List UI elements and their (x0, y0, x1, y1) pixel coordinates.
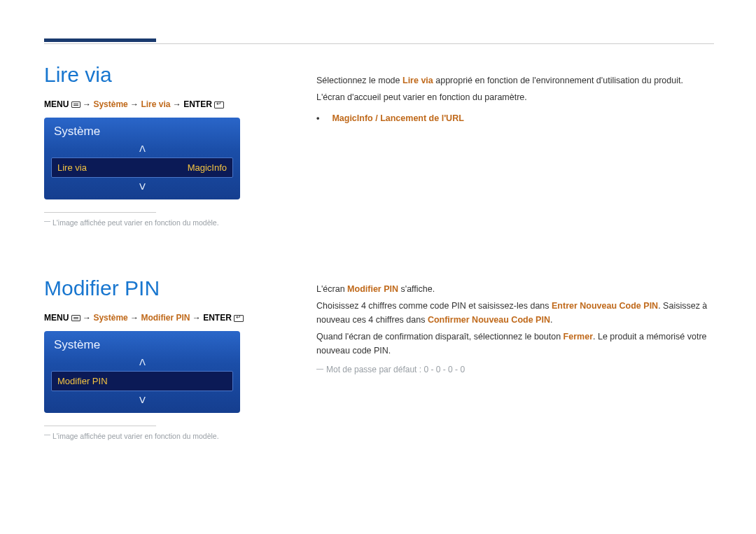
osd-row-label: Lire via (57, 162, 87, 173)
breadcrumb-menu: MENU (44, 313, 69, 323)
breadcrumb-menu: MENU (44, 99, 69, 109)
breadcrumb-systeme: Système (93, 313, 127, 323)
osd-panel: Système ᐱ Modifier PIN ᐯ (44, 331, 240, 413)
breadcrumb-arrow: → (192, 313, 201, 323)
section-lire-via: Lire via MENU → Système → Lire via → ENT… (44, 63, 247, 227)
body-line-1: L'écran Modifier PIN s'affiche. (316, 282, 714, 296)
breadcrumb-arrow: → (83, 313, 91, 323)
body-line-2: Choisissez 4 chiffres comme code PIN et … (316, 299, 714, 327)
header-tab-marker (44, 38, 156, 42)
body-line-1: Sélectionnez le mode Lire via approprié … (316, 73, 714, 87)
default-password-note: Mot de passe par défaut : 0 - 0 - 0 - 0 (316, 363, 714, 377)
breadcrumb-arrow: → (130, 99, 139, 109)
osd-row-value: MagicInfo (188, 162, 227, 173)
breadcrumb: MENU → Système → Modifier PIN → ENTER (44, 313, 247, 323)
breadcrumb-arrow: → (173, 99, 181, 109)
section-modifier-pin-body: L'écran Modifier PIN s'affiche. Choisiss… (316, 282, 714, 377)
section-title: Modifier PIN (44, 276, 247, 300)
footnote: L'image affichée peut varier en fonction… (44, 432, 247, 440)
osd-panel: Système ᐱ Lire via MagicInfo ᐯ (44, 118, 240, 199)
section-title: Lire via (44, 63, 247, 87)
breadcrumb-arrow: → (130, 313, 139, 323)
chevron-down-icon[interactable]: ᐯ (44, 182, 240, 191)
footnote-rule (44, 212, 156, 213)
breadcrumb-enter: ENTER (183, 99, 212, 109)
footnote: L'image affichée peut varier en fonction… (44, 218, 247, 227)
header-rule (44, 43, 714, 44)
breadcrumb-arrow: → (83, 99, 91, 109)
bullet-text: MagicInfo / Lancement de l'URL (332, 111, 463, 125)
breadcrumb-lirevia: Lire via (141, 99, 170, 109)
body-line-3: Quand l'écran de confirmation disparaît,… (316, 330, 714, 358)
section-modifier-pin: Modifier PIN MENU → Système → Modifier P… (44, 276, 247, 440)
chevron-up-icon[interactable]: ᐱ (44, 144, 240, 153)
menu-icon (71, 315, 80, 321)
breadcrumb: MENU → Système → Lire via → ENTER (44, 99, 247, 109)
osd-title: Système (44, 118, 240, 143)
menu-icon (71, 101, 80, 108)
body-line-2: L'écran d'accueil peut varier en fonctio… (316, 90, 714, 104)
chevron-up-icon[interactable]: ᐱ (44, 358, 240, 367)
chevron-down-icon[interactable]: ᐯ (44, 395, 240, 405)
bullet-row: • MagicInfo / Lancement de l'URL (316, 111, 714, 125)
enter-icon (234, 315, 244, 322)
footnote-rule (44, 426, 156, 426)
section-lire-via-body: Sélectionnez le mode Lire via approprié … (316, 73, 714, 125)
enter-icon (214, 101, 224, 108)
breadcrumb-enter: ENTER (203, 313, 232, 323)
osd-title: Système (44, 331, 240, 356)
osd-row-lirevia[interactable]: Lire via MagicInfo (51, 157, 233, 178)
osd-row-label: Modifier PIN (57, 376, 108, 386)
osd-row-modifierpin[interactable]: Modifier PIN (51, 371, 233, 391)
breadcrumb-modifierpin: Modifier PIN (141, 313, 190, 323)
breadcrumb-systeme: Système (93, 99, 127, 109)
bullet-dot-icon: • (316, 111, 319, 125)
